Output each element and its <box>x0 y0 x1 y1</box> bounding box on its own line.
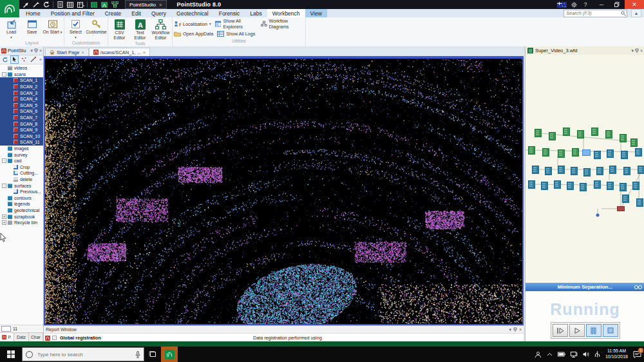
workflow-diagrams-button[interactable]: Workflow Diagrams <box>261 19 304 28</box>
tree-item[interactable]: geotechnical <box>0 207 43 214</box>
settings-gear-icon[interactable] <box>571 2 577 8</box>
step-button[interactable] <box>553 324 568 337</box>
microphone-icon[interactable] <box>135 351 140 358</box>
tree-item[interactable]: - cad <box>0 158 43 164</box>
tree-expander[interactable]: - <box>2 184 6 188</box>
report-menu-icon[interactable]: ▾ <box>509 327 511 332</box>
explorer-panel-header[interactable]: PointStu ▾ × <box>0 46 43 55</box>
tree-item[interactable]: SCAN_9 <box>0 127 43 133</box>
tab-data[interactable]: Datz <box>14 333 28 341</box>
help-icon[interactable]: ? <box>582 1 589 8</box>
refresh-icon[interactable] <box>1 56 8 63</box>
tree-expander[interactable]: + <box>2 220 6 225</box>
panel-menu-icon[interactable]: ▾ <box>30 48 33 53</box>
collapse-ribbon-icon[interactable]: ▲ <box>631 9 641 17</box>
csv-editor-button[interactable]: CSV Editor <box>109 18 129 41</box>
play-button[interactable] <box>569 324 585 337</box>
text-editor-button[interactable]: A Text Editor <box>130 18 150 41</box>
tree-expander[interactable]: - <box>2 72 6 77</box>
close-button[interactable]: ✕ <box>625 0 644 9</box>
tree-item[interactable]: + Recycle bin <box>0 220 43 226</box>
panel-close-icon[interactable]: × <box>39 48 42 53</box>
taskbar-search-input[interactable] <box>36 351 132 358</box>
tree-item[interactable]: SCAN_1 <box>0 77 43 84</box>
ribbon-tab[interactable]: Position and Filter <box>46 9 100 17</box>
taskbar-clock[interactable]: 11:55 AM 10/10/2018 <box>605 348 628 360</box>
ribbon-search-input[interactable] <box>564 10 627 17</box>
tree-item[interactable]: images <box>0 146 43 152</box>
network-icon[interactable] <box>571 352 578 357</box>
table-icon[interactable] <box>66 1 74 8</box>
tree-item[interactable]: SCAN_10 <box>0 133 43 140</box>
tree-item[interactable]: SCAN_3 <box>0 90 43 96</box>
report-close-icon[interactable]: × <box>519 327 522 332</box>
point-cloud-canvas[interactable] <box>45 59 522 324</box>
table-add-icon[interactable] <box>77 1 84 8</box>
toolbar-overflow-icon[interactable]: » <box>39 57 42 62</box>
panel-menu-icon[interactable]: ▾ <box>631 48 634 53</box>
save-button[interactable]: Save <box>22 18 42 35</box>
tree-item[interactable]: SCAN_6 <box>0 108 43 115</box>
pin-icon[interactable] <box>513 327 517 332</box>
tree-item[interactable]: - scans <box>0 71 43 78</box>
entry-expander[interactable]: - <box>52 336 57 340</box>
tree-expander[interactable]: + <box>2 214 6 219</box>
ribbon-tab[interactable]: Home <box>21 9 46 17</box>
taskbar-pointstudio-button[interactable] <box>161 347 178 362</box>
task-view-button[interactable] <box>144 347 161 362</box>
chevron-up-icon[interactable] <box>547 352 553 356</box>
tree-item[interactable]: survey <box>0 151 43 158</box>
viewport-3d[interactable] <box>44 57 524 325</box>
tree-item[interactable]: SCAN_8 <box>0 120 43 127</box>
tab-chart[interactable]: Char <box>29 333 43 341</box>
volume-icon[interactable] <box>583 351 589 357</box>
workflow-canvas[interactable] <box>526 55 644 283</box>
ribbon-tab[interactable]: Query <box>146 9 171 17</box>
show-all-explorers-button[interactable]: Show All Explorers <box>215 19 257 28</box>
tab-close-icon[interactable]: × <box>81 50 84 55</box>
ribbon-tab[interactable]: Workbench <box>267 9 305 17</box>
ribbon-tab[interactable]: Labs <box>245 9 267 17</box>
pin-icon[interactable] <box>34 48 38 53</box>
app-tab[interactable]: PointStudio × <box>125 0 167 9</box>
tree-item[interactable]: legends <box>0 201 43 207</box>
tab-pointstudio[interactable]: P. <box>0 333 14 341</box>
tree-item[interactable]: contours <box>0 195 43 201</box>
language-flag-icon[interactable] <box>557 2 567 8</box>
tree-item[interactable]: SCAN_7 <box>0 115 43 121</box>
label-green-icon[interactable]: Λ <box>100 1 108 8</box>
tree-item[interactable]: SCAN_5 <box>0 102 43 109</box>
start-button[interactable] <box>0 347 22 362</box>
ribbon-tab[interactable]: Create <box>100 9 127 17</box>
open-appdata-button[interactable]: Open AppData <box>174 29 213 38</box>
customise-button[interactable]: Customise <box>86 18 106 35</box>
stop-button[interactable] <box>603 324 618 337</box>
tree-item[interactable]: videos <box>0 65 43 71</box>
grid-green-icon[interactable] <box>90 1 98 8</box>
points-icon[interactable] <box>21 56 28 63</box>
tree-item[interactable]: delete <box>0 176 43 183</box>
tree-item[interactable]: Crop <box>0 164 43 171</box>
select-cursor-icon[interactable] <box>10 55 19 64</box>
ribbon-tab[interactable]: Edit <box>126 9 146 17</box>
pause-button[interactable] <box>586 324 601 337</box>
workflow-panel-header[interactable]: Super_Video_3.wfd ▾ × <box>526 46 644 55</box>
ribbon-tab[interactable]: View <box>305 9 327 17</box>
tree-expander[interactable]: - <box>2 158 6 163</box>
select-button[interactable]: Select▾ <box>66 18 86 40</box>
redo-icon[interactable] <box>22 1 30 8</box>
tree-item[interactable]: Previous... <box>0 189 43 195</box>
app-tab-close-icon[interactable]: × <box>159 2 162 8</box>
tab-close-icon[interactable]: × <box>143 50 146 55</box>
tree-item[interactable]: Cutting... <box>0 170 43 176</box>
sync-icon[interactable] <box>43 1 50 8</box>
measure-icon[interactable] <box>30 56 37 63</box>
minimize-button[interactable]: ─ <box>594 0 609 9</box>
panel-close-icon[interactable]: × <box>640 48 643 53</box>
battery-icon[interactable] <box>558 352 565 357</box>
tab-start-page[interactable]: Start Page× <box>45 48 89 56</box>
tree-item[interactable]: SCAN_2 <box>0 84 43 90</box>
ribbon-tab[interactable]: Forensic <box>214 9 245 17</box>
on-start-button[interactable]: On Start ▾ <box>43 18 62 35</box>
tree-item[interactable]: SCAN_4 <box>0 96 43 102</box>
